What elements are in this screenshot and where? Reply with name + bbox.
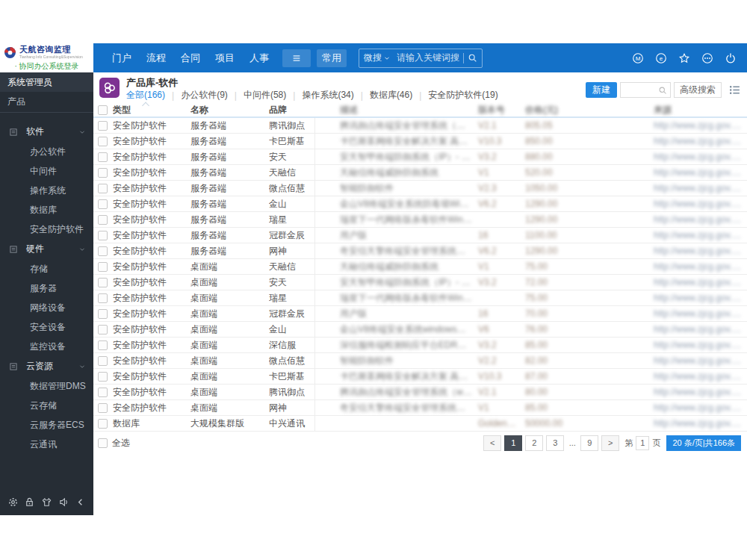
sidebar-item-云服务器ECS[interactable]: 云服务器ECS	[0, 415, 93, 435]
sidebar-item-中间件[interactable]: 中间件	[0, 161, 93, 181]
row-checkbox[interactable]	[98, 403, 108, 413]
advanced-search-button[interactable]: 高级搜索	[674, 82, 722, 98]
tab-办公软件(9)[interactable]: 办公软件(9)	[181, 89, 228, 102]
gear-icon[interactable]	[7, 497, 19, 508]
sidebar-group-云资源[interactable]: 云资源	[0, 356, 93, 376]
lock-icon[interactable]	[24, 497, 35, 508]
cell-source-link[interactable]: http://www.zjcg.gov.cn/djg/	[654, 199, 747, 209]
row-checkbox[interactable]	[98, 340, 108, 350]
sidebar-item-安全设备[interactable]: 安全设备	[0, 317, 93, 337]
nav-item-门户[interactable]: 门户	[105, 52, 139, 65]
search-icon[interactable]	[658, 86, 667, 95]
select-all-checkbox[interactable]	[98, 438, 108, 448]
sidebar-item-存储[interactable]: 存储	[0, 259, 93, 279]
cell-source-link[interactable]: http://www.zjcg.gov.cn/djg/	[654, 261, 747, 272]
cell-source-link[interactable]: http://www.zjcg.gov.cn/djg/	[654, 418, 747, 429]
tab-安全防护软件(19)[interactable]: 安全防护软件(19)	[428, 89, 498, 102]
tab-全部(166)[interactable]: 全部(166)	[126, 89, 165, 102]
cell-source-link[interactable]: http://www.zjcg.gov.cn/djg/	[654, 183, 747, 193]
page-size-summary[interactable]: 20 条/页|共166条	[666, 435, 741, 451]
cell-source-link[interactable]: http://www.zjcg.gov.cn/djg/	[654, 402, 747, 413]
more-icon[interactable]	[701, 52, 713, 64]
cell-source-link[interactable]: http://www.zjcg.gov.cn/djg/	[654, 308, 747, 319]
nav-item-common[interactable]: 常用	[317, 49, 347, 67]
nav-item-合同[interactable]: 合同	[173, 52, 208, 65]
sidebar-item-安全防护软件[interactable]: 安全防护软件	[0, 220, 93, 239]
sidebar-item-数据管理DMS[interactable]: 数据管理DMS	[0, 376, 93, 396]
next-page-button[interactable]: >	[601, 435, 619, 451]
sidebar-item-网络设备[interactable]: 网络设备	[0, 298, 93, 317]
row-checkbox[interactable]	[98, 388, 108, 397]
row-checkbox[interactable]	[98, 278, 108, 287]
row-checkbox[interactable]	[98, 262, 108, 272]
theme-icon[interactable]	[41, 497, 52, 508]
global-search[interactable]: 微搜 请输入关键词搜	[359, 49, 483, 68]
cell-source-link[interactable]: http://www.zjcg.gov.cn/djg/	[654, 152, 747, 162]
tab-操作系统(34)[interactable]: 操作系统(34)	[302, 89, 353, 102]
sidebar-item-办公软件[interactable]: 办公软件	[0, 142, 93, 161]
sidebar-item-操作系统[interactable]: 操作系统	[0, 181, 93, 200]
header-checkbox[interactable]	[98, 105, 108, 115]
table-search-input[interactable]	[620, 82, 671, 98]
cell-source-link[interactable]: http://www.zjcg.gov.cn/djg/	[654, 246, 747, 256]
cell-source-link[interactable]: http://www.zjcg.gov.cn/djg/	[654, 387, 747, 397]
row-checkbox[interactable]	[98, 246, 108, 256]
new-button[interactable]: 新建	[586, 82, 617, 98]
row-checkbox[interactable]	[98, 309, 108, 319]
cell-source-link[interactable]: http://www.zjcg.gov.cn/djg/	[654, 167, 747, 178]
message-icon[interactable]: M	[632, 52, 644, 64]
service-icon[interactable]: e	[655, 52, 667, 64]
search-icon[interactable]	[468, 53, 477, 63]
row-checkbox[interactable]	[98, 231, 108, 240]
cell-source-link[interactable]: http://www.zjcg.gov.cn/djg/	[654, 230, 747, 240]
search-scope-label[interactable]: 微搜	[364, 52, 382, 64]
jump-page-input[interactable]: 1	[636, 436, 649, 450]
sidebar-item-服务器[interactable]: 服务器	[0, 279, 93, 298]
search-placeholder[interactable]: 请输入关键词搜	[397, 52, 459, 64]
page-button-3[interactable]: 3	[546, 435, 564, 451]
sidebar-item-云通讯[interactable]: 云通讯	[0, 435, 93, 454]
row-checkbox[interactable]	[98, 215, 108, 225]
cell-source-link[interactable]: http://www.zjcg.gov.cn/djg/	[654, 136, 747, 146]
nav-menu-button[interactable]	[282, 49, 311, 67]
row-checkbox[interactable]	[98, 372, 108, 382]
sidebar-group-硬件[interactable]: 硬件	[0, 239, 93, 259]
cell-source-link[interactable]: http://www.zjcg.gov.cn/djg/	[654, 120, 747, 131]
oa-login-link[interactable]: · 协同办公系统登录	[0, 61, 93, 72]
sidebar-item-数据库[interactable]: 数据库	[0, 200, 93, 220]
collapse-icon[interactable]	[75, 497, 86, 508]
nav-item-流程[interactable]: 流程	[139, 52, 173, 65]
prev-page-button[interactable]: <	[483, 435, 501, 451]
cell-source-link[interactable]: http://www.zjcg.gov.cn/djg/	[654, 340, 747, 350]
cell-source-link[interactable]: http://www.zjcg.gov.cn/djg/	[654, 355, 747, 366]
cell-source-link[interactable]: http://www.zjcg.gov.cn/djg/	[654, 293, 747, 303]
row-checkbox[interactable]	[98, 293, 108, 303]
row-checkbox[interactable]	[98, 199, 108, 209]
nav-item-人事[interactable]: 人事	[242, 52, 276, 65]
nav-item-项目[interactable]: 项目	[208, 52, 242, 65]
row-checkbox[interactable]	[98, 419, 108, 429]
row-checkbox[interactable]	[98, 121, 108, 131]
row-checkbox[interactable]	[98, 137, 108, 146]
user-role-label[interactable]: 系统管理员	[0, 72, 93, 92]
sidebar-group-软件[interactable]: 软件	[0, 122, 93, 142]
cell-source-link[interactable]: http://www.zjcg.gov.cn/djg/	[654, 277, 747, 287]
page-button-2[interactable]: 2	[525, 435, 543, 451]
cell-source-link[interactable]: http://www.zjcg.gov.cn/djg/	[654, 371, 747, 382]
tab-数据库(46)[interactable]: 数据库(46)	[370, 89, 412, 102]
power-icon[interactable]	[725, 52, 737, 64]
row-checkbox[interactable]	[98, 356, 108, 366]
page-button-9[interactable]: 9	[580, 435, 598, 451]
row-checkbox[interactable]	[98, 168, 108, 178]
cell-source-link[interactable]: http://www.zjcg.gov.cn/djg/	[654, 324, 747, 335]
sound-icon[interactable]	[58, 497, 69, 508]
row-checkbox[interactable]	[98, 152, 108, 162]
sidebar-item-监控设备[interactable]: 监控设备	[0, 337, 93, 356]
sidebar-item-云存储[interactable]: 云存储	[0, 396, 93, 415]
list-view-icon[interactable]	[728, 84, 741, 96]
row-checkbox[interactable]	[98, 184, 108, 193]
favorite-icon[interactable]	[678, 52, 690, 64]
sidebar-section-product[interactable]: 产品	[0, 92, 93, 113]
cell-source-link[interactable]: http://www.zjcg.gov.cn/djg/	[654, 214, 747, 225]
tab-中间件(58)[interactable]: 中间件(58)	[244, 89, 286, 102]
